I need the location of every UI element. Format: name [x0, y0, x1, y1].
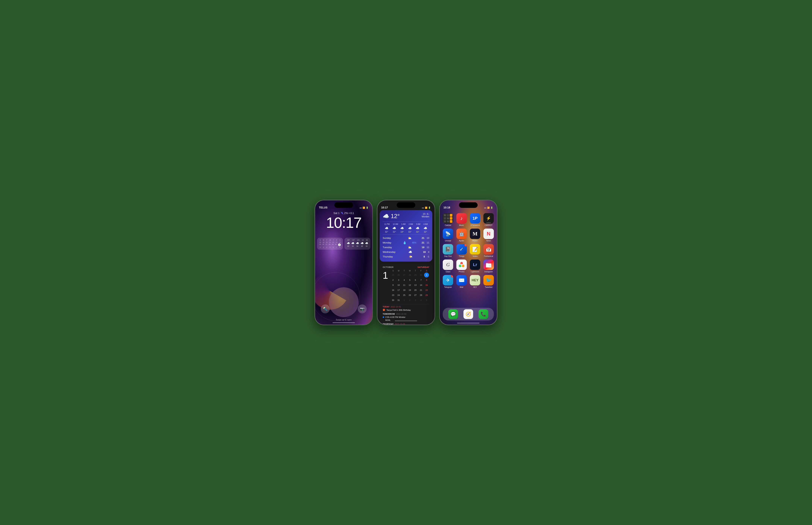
- forecast-monday: Monday 💧 46% 2111: [383, 240, 429, 245]
- phone-lockscreen: TELUS ▪▪▪ 📶 🔋 Sat 1 🌂 2% • 0.1 10:17: [315, 200, 373, 325]
- dock-messages[interactable]: 💬: [448, 309, 458, 319]
- app-instagram[interactable]: 📷 Instagram: [483, 259, 494, 273]
- time-label-3: 10:18: [443, 206, 450, 209]
- app-label-carrot: CARROT: [485, 224, 492, 226]
- home-indicator-2: [395, 320, 417, 321]
- app-1password[interactable]: 1P 1Password: [469, 213, 481, 226]
- wifi-icon-2: 📶: [425, 207, 427, 209]
- signal-icon-3: ▪▪▪: [484, 207, 486, 209]
- app-tweetbot[interactable]: 🐦 Tweetbot: [483, 275, 494, 288]
- app-label-dayone: Day One: [444, 255, 452, 257]
- wifi-icon-3: 📶: [487, 207, 490, 209]
- app-calcbot[interactable]: % ÷ × 7 8 − 4 5 + Calcbot: [442, 213, 454, 226]
- app-carrot[interactable]: ⚡ CARROT CARROT: [483, 213, 494, 226]
- app-label-apollo: Apollo: [459, 240, 464, 242]
- app-label-unread: Unread: [445, 240, 451, 242]
- flashlight-button[interactable]: 🔦: [321, 304, 330, 313]
- telegram-badge: 1: [451, 275, 453, 278]
- camera-button[interactable]: 📷: [358, 304, 367, 313]
- app-notes[interactable]: 📝 Notes: [469, 244, 481, 257]
- app-label-things: Things: [459, 255, 464, 257]
- lock-controls: 🔦 📷: [315, 304, 372, 313]
- app-label-mail: Mail: [460, 286, 463, 288]
- app-glass[interactable]: G Glass: [442, 259, 454, 273]
- app-grid: % ÷ × 7 8 − 4 5 + Calcbot: [440, 210, 497, 291]
- app-label-instagram: Instagram: [485, 271, 493, 273]
- lock-weather-widget: 10P11P12A1A2A ☁️☁️☁️☁️☁️ 1211111211: [344, 238, 370, 250]
- app-matter[interactable]: M Matter: [469, 228, 481, 242]
- status-icons-1: ▪▪▪ 📶 🔋: [359, 207, 369, 209]
- lock-screen: Sat 1 🌂 2% • 0.1 10:17 SMTWTFS 181920212…: [315, 200, 372, 325]
- forecast-thursday: Thursday 🌤️ 8-1: [383, 254, 429, 259]
- lock-time: 10:17: [315, 215, 372, 230]
- cal-widget-body: 1 SMTWTFS 2526272829301 2345678 91011121…: [383, 270, 429, 303]
- cal-sat-label: Saturday: [417, 266, 429, 268]
- time-label-2: 10:17: [381, 206, 388, 209]
- app-fantastical[interactable]: 📅 Fantastical: [483, 244, 494, 257]
- app-label-1password: 1Password: [471, 224, 480, 226]
- dynamic-island-3: [459, 202, 477, 208]
- widgets-screen[interactable]: ☁️ 12° 15↑ 8↓ Morden 11 PM12 AM1 AM2 AM3…: [378, 210, 434, 325]
- app-label-calcbot: Calcbot: [445, 224, 451, 226]
- lock-calendar-widget: SMTWTFS 18192021222324 252627282930 1 23…: [317, 238, 343, 250]
- app-label-lightroom: Lightroom: [471, 271, 479, 273]
- app-mail[interactable]: ✉️ Mail: [456, 275, 467, 288]
- event-thursday: THURSDAY 2022-10-06 Compost (green cart): [383, 323, 429, 325]
- calendar-widget: OCTOBER Saturday 1 SMTWTFS 2526272829: [380, 264, 432, 325]
- app-label-tweetbot: Tweetbot: [485, 286, 492, 288]
- app-lightroom[interactable]: Lr Lightroom: [469, 259, 481, 273]
- app-label-music: Music: [459, 224, 464, 226]
- home-indicator-1: [333, 322, 355, 323]
- svg-point-3: [461, 264, 462, 266]
- status-icons-3: ▪▪▪ 📶 🔋: [484, 207, 493, 209]
- dynamic-island: [335, 202, 353, 208]
- forecast-tuesday: Tuesday ⛅ 1911: [383, 245, 429, 250]
- app-label-hey: HEY: [473, 286, 477, 288]
- cal-month: OCTOBER: [383, 266, 394, 268]
- app-label-telegram: Telegram: [444, 286, 452, 288]
- forecast-wednesday: Wednesday ☁️ 164: [383, 250, 429, 254]
- dynamic-island-2: [397, 202, 415, 208]
- app-label-matter: Matter: [472, 240, 477, 242]
- weather-location: Morden: [422, 215, 429, 218]
- app-dayone[interactable]: 📓 Day One: [442, 244, 454, 257]
- app-label-photos: Photos: [459, 271, 464, 273]
- event-mjhl: MJHL: [385, 319, 391, 321]
- app-label-news: News: [486, 240, 491, 242]
- dock-phone[interactable]: 📞: [478, 309, 488, 319]
- app-music[interactable]: ♪ Music: [456, 213, 467, 226]
- calendar-events: TODAY 2022-10-01 🎁 Tanya Fehr's 30th Bir…: [383, 304, 429, 325]
- weather-hourly: 11 PM12 AM1 AM2 AM3 AM4 AM ☁️☁️☁️☁️☁️☁️ …: [383, 222, 429, 233]
- carrier-label: TELUS: [319, 206, 327, 209]
- app-hey[interactable]: HEY HEY: [469, 275, 481, 288]
- wifi-icon: 📶: [363, 207, 365, 209]
- signal-icon-2: ▪▪▪: [422, 207, 424, 209]
- swipe-up-label: Swipe up to open: [315, 319, 372, 321]
- home-indicator-3: [457, 323, 479, 324]
- app-telegram[interactable]: ✈ 1 Telegram: [442, 275, 454, 288]
- event-birthday: Tanya Fehr's 30th Birthday: [386, 309, 411, 311]
- home-screen: % ÷ × 7 8 − 4 5 + Calcbot: [440, 210, 497, 325]
- weather-forecast: Sunday ⛅ 2110 Monday 💧 46% 2111 Tuesday: [383, 234, 429, 259]
- signal-icon: ▪▪▪: [359, 207, 362, 209]
- phone-widgets: 10:17 ▪▪▪ 📶 🔋 ☁️ 12° 15↑: [377, 200, 435, 325]
- app-things[interactable]: ✓ 7 Things: [456, 244, 467, 257]
- weather-hilo: 15↑ 8↓: [422, 213, 429, 215]
- status-icons-2: ▪▪▪ 📶 🔋: [422, 207, 431, 209]
- app-news[interactable]: N News: [483, 228, 494, 242]
- weather-temp: 12°: [391, 213, 400, 220]
- phone-homescreen: 10:18 ▪▪▪ 📶 🔋 % ÷ ×: [439, 200, 497, 325]
- app-unread[interactable]: 📡 Unread: [442, 228, 454, 242]
- weather-widget: ☁️ 12° 15↑ 8↓ Morden 11 PM12 AM1 AM2 AM3…: [380, 210, 432, 261]
- dock-safari[interactable]: 🧭: [463, 309, 473, 319]
- app-apollo[interactable]: 🤖 Apollo: [456, 228, 467, 242]
- app-label-fantastical: Fantastical: [484, 255, 493, 257]
- app-photos[interactable]: Photos: [456, 259, 467, 273]
- things-badge: 7: [464, 244, 467, 246]
- dock: 💬 🧭 📞: [443, 308, 494, 320]
- event-today: TODAY 2022-10-01 🎁 Tanya Fehr's 30th Bir…: [383, 306, 429, 312]
- forecast-sunday: Sunday ⛅ 2110: [383, 236, 429, 240]
- weather-condition-icon: ☁️: [383, 213, 389, 219]
- app-label-notes: Notes: [473, 255, 477, 257]
- lock-date: Sat 1 🌂 2% • 0.1: [315, 212, 372, 214]
